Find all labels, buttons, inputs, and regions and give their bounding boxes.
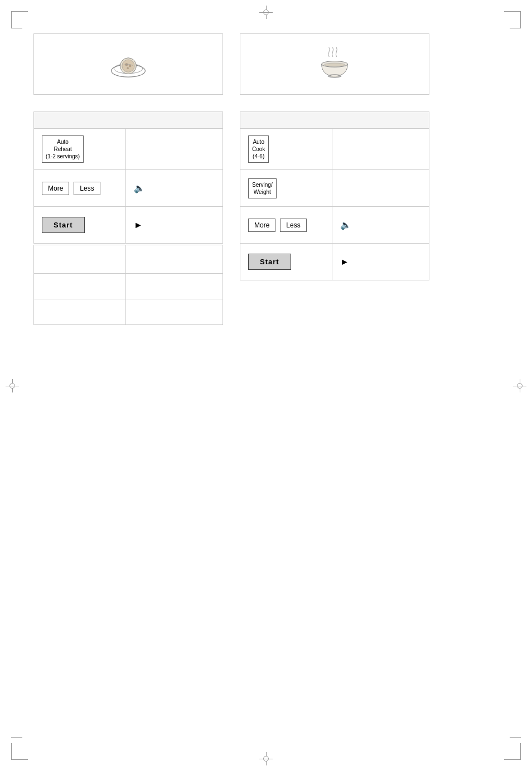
main-content: Auto Reheat (1-2 servings) More Less 🔈 [33, 33, 499, 738]
left-panel-table: Auto Reheat (1-2 servings) More Less 🔈 [33, 111, 223, 244]
right-row1-cell-right [332, 129, 429, 169]
reg-mark-left [6, 379, 19, 392]
right-row-1: Auto Cook (4-6) [240, 129, 429, 170]
corner-mark-tr [504, 11, 521, 28]
right-row-3: More Less 🔈 [240, 207, 429, 244]
side-line-rt [510, 28, 521, 28]
left-panel-header [34, 112, 223, 129]
top-images-row [33, 33, 499, 95]
svg-point-8 [324, 63, 345, 67]
side-line-lb [11, 737, 22, 738]
left-bottom-row-2 [34, 274, 223, 299]
left-arrow-icon: ► [134, 220, 143, 230]
auto-cook-button[interactable]: Auto Cook (4-6) [248, 135, 269, 163]
side-line-lt [11, 28, 22, 28]
left-bottom-row2-left [34, 274, 126, 299]
left-bottom-row3-right [126, 299, 223, 324]
left-row2-cell-left: More Less [34, 170, 126, 206]
svg-point-3 [122, 60, 134, 72]
panels-row: Auto Reheat (1-2 servings) More Less 🔈 [33, 111, 499, 325]
right-row3-cell-left: More Less [240, 207, 332, 243]
right-less-button[interactable]: Less [280, 219, 306, 232]
left-bottom-row-1 [34, 245, 223, 274]
reg-mark-right [513, 379, 526, 392]
svg-point-5 [129, 65, 131, 67]
left-row1-cell-right [126, 129, 223, 169]
right-row2-cell-right [332, 170, 429, 206]
corner-mark-bl [11, 743, 28, 760]
food-image-left [33, 33, 223, 95]
right-instruction-panel: Auto Cook (4-6) Serving/ Weight More Les… [240, 111, 429, 325]
reg-mark-bottom [259, 752, 273, 765]
right-more-button[interactable]: More [248, 219, 275, 232]
corner-mark-tl [11, 11, 28, 28]
left-bottom-row-3 [34, 299, 223, 324]
left-row-1: Auto Reheat (1-2 servings) [34, 129, 223, 170]
left-less-button[interactable]: Less [74, 182, 100, 195]
left-more-button[interactable]: More [42, 182, 69, 195]
left-row1-cell-left: Auto Reheat (1-2 servings) [34, 129, 126, 169]
reg-mark-top [259, 6, 273, 19]
right-row4-cell-left: Start [240, 244, 332, 280]
left-row-2: More Less 🔈 [34, 170, 223, 207]
left-bottom-row1-right [126, 245, 223, 273]
left-bottom-row1-left [34, 245, 126, 273]
right-panel-table: Auto Cook (4-6) Serving/ Weight More Les… [240, 111, 429, 280]
serving-weight-button[interactable]: Serving/ Weight [248, 178, 277, 198]
right-row3-cell-right: 🔈 [332, 207, 429, 243]
right-row4-cell-right: ► [332, 244, 429, 280]
svg-point-6 [127, 67, 129, 69]
left-row3-cell-left: Start [34, 207, 126, 243]
left-bottom-row3-left [34, 299, 126, 324]
right-panel-header [240, 112, 429, 129]
corner-mark-br [504, 743, 521, 760]
side-line-rb [510, 737, 521, 738]
right-row1-cell-left: Auto Cook (4-6) [240, 129, 332, 169]
left-row2-cell-right: 🔈 [126, 170, 223, 206]
left-bottom-panel [33, 245, 223, 325]
right-start-button[interactable]: Start [248, 254, 291, 270]
left-speaker-icon: 🔈 [134, 183, 145, 193]
right-speaker-icon: 🔈 [340, 220, 351, 230]
left-row-3: Start ► [34, 207, 223, 243]
left-row3-cell-right: ► [126, 207, 223, 243]
right-row-4: Start ► [240, 244, 429, 280]
left-start-button[interactable]: Start [42, 217, 85, 233]
auto-reheat-button[interactable]: Auto Reheat (1-2 servings) [42, 135, 84, 163]
food-image-right [240, 33, 429, 95]
left-bottom-row2-right [126, 274, 223, 299]
right-row2-cell-left: Serving/ Weight [240, 170, 332, 206]
right-arrow-icon: ► [340, 257, 349, 267]
left-instruction-panel: Auto Reheat (1-2 servings) More Less 🔈 [33, 111, 223, 325]
right-row-2: Serving/ Weight [240, 170, 429, 207]
